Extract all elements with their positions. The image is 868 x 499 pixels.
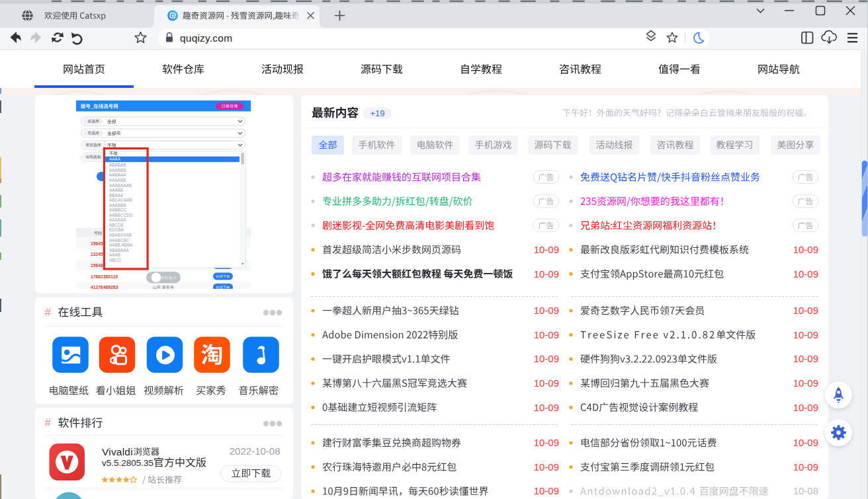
- svg-text:10-09: 10-09: [534, 402, 559, 413]
- svg-text:ABABAB: ABABAB: [109, 163, 126, 167]
- svg-text:10-09: 10-09: [534, 305, 559, 316]
- svg-text:AABBCCDD: AABBCCDD: [109, 213, 133, 217]
- svg-text:41276489263: 41276489263: [91, 285, 118, 289]
- svg-text:AAABAAAB: AAABAAAB: [109, 183, 132, 188]
- svg-text:ABCACAAB: ABCACAAB: [109, 198, 132, 202]
- svg-text:10-09: 10-09: [793, 377, 818, 389]
- svg-text:10-09: 10-09: [534, 329, 559, 340]
- svg-text:AAABBB: AAABBB: [109, 168, 126, 173]
- svg-text:AABBCC: AABBCC: [109, 208, 127, 212]
- svg-text:BBAAA: BBAAA: [109, 193, 124, 198]
- svg-text:10-09: 10-09: [793, 353, 818, 364]
- svg-text:AAABBA: AAABBA: [109, 203, 126, 208]
- svg-text:10-09: 10-09: [534, 377, 559, 389]
- svg-text:ABABAAA: ABABAAA: [109, 248, 130, 252]
- svg-text:10-09: 10-09: [793, 329, 818, 340]
- svg-text:10-09: 10-09: [534, 485, 559, 496]
- svg-text:10-09: 10-09: [534, 353, 559, 364]
- svg-text:10-09: 10-09: [793, 437, 818, 448]
- svg-text:AAAA: AAAA: [109, 157, 121, 161]
- svg-text:Vivaldi: Vivaldi: [102, 446, 133, 457]
- svg-text:EDCBA: EDCBA: [109, 227, 124, 232]
- svg-text:AAABB: AAABB: [109, 188, 123, 192]
- svg-text:10-09: 10-09: [534, 437, 559, 448]
- svg-text:10-09: 10-09: [534, 461, 559, 473]
- svg-text:AAAABB: AAAABB: [109, 178, 126, 182]
- svg-text:#: #: [45, 416, 52, 429]
- svg-text:AAABAA: AAABAA: [109, 217, 126, 222]
- svg-text:AABAAA: AABAAA: [109, 173, 126, 177]
- svg-text:AABB ABBA: AABB ABBA: [109, 243, 133, 247]
- svg-text:ABCD: ABCD: [109, 258, 121, 262]
- svg-text:quqizy.com: quqizy.com: [180, 32, 232, 44]
- svg-text:10-09: 10-09: [793, 402, 818, 413]
- svg-text:10-09: 10-09: [793, 268, 818, 280]
- svg-text:#: #: [45, 306, 52, 319]
- svg-text:v5.5.2805.35: v5.5.2805.35: [102, 458, 153, 468]
- svg-text:10-09: 10-09: [534, 244, 559, 255]
- svg-text:10-09: 10-09: [793, 305, 818, 316]
- svg-text:ABCDE: ABCDE: [109, 223, 124, 227]
- svg-text:ABABXXAB: ABABXXAB: [109, 233, 132, 237]
- svg-text:17662360110: 17662360110: [91, 274, 118, 279]
- svg-text:10-09: 10-09: [793, 461, 818, 473]
- svg-text:AAABCBC: AAABCBC: [109, 238, 130, 243]
- svg-text:10-09: 10-09: [534, 268, 559, 280]
- svg-text:10-09: 10-09: [793, 244, 818, 255]
- svg-text:AAAB: AAAB: [109, 252, 120, 257]
- svg-text:2022-10-08: 2022-10-08: [230, 445, 281, 457]
- svg-text:+19: +19: [370, 108, 384, 118]
- svg-text:10-08: 10-08: [793, 485, 818, 496]
